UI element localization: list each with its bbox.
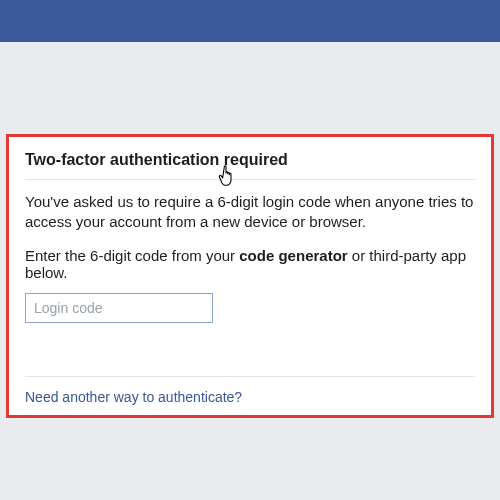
- two-factor-card: Two-factor authentication required You'v…: [9, 137, 491, 415]
- dialog-highlight-box: Two-factor authentication required You'v…: [6, 134, 494, 418]
- card-description: You've asked us to require a 6-digit log…: [25, 192, 475, 233]
- alternate-auth-link[interactable]: Need another way to authenticate?: [25, 389, 475, 405]
- topbar: [0, 0, 500, 42]
- instruction-bold: code generator: [239, 247, 347, 264]
- instruction-prefix: Enter the 6-digit code from your: [25, 247, 239, 264]
- card-title: Two-factor authentication required: [25, 151, 475, 180]
- cursor-pointer-icon: [216, 164, 236, 188]
- login-code-input[interactable]: [25, 293, 213, 323]
- divider: [25, 376, 475, 377]
- card-instruction: Enter the 6-digit code from your code ge…: [25, 247, 475, 281]
